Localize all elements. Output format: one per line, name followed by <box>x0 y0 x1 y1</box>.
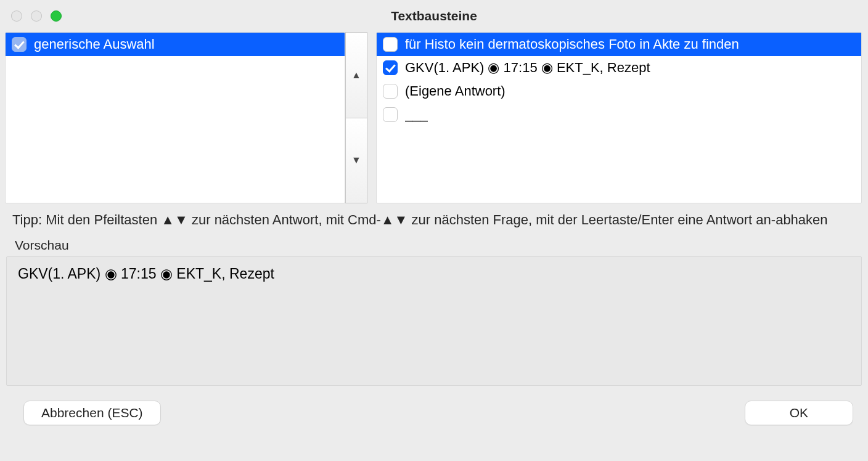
checkbox-icon[interactable] <box>383 84 398 99</box>
answer-label: (Eigene Antwort) <box>405 83 506 99</box>
checkbox-icon[interactable] <box>383 60 398 75</box>
arrow-up-icon: ▲ <box>351 70 361 81</box>
question-label: generische Auswahl <box>34 36 155 52</box>
titlebar: Textbausteine <box>0 0 868 32</box>
ok-button[interactable]: OK <box>745 401 853 425</box>
answer-label: GKV(1. APK) ◉ 17:15 ◉ EKT_K, Rezept <box>405 60 650 76</box>
answer-label: ___ <box>405 107 428 123</box>
question-row[interactable]: generische Auswahl <box>6 33 345 56</box>
answer-row[interactable]: (Eigene Antwort) <box>377 80 861 103</box>
preview-text: GKV(1. APK) ◉ 17:15 ◉ EKT_K, Rezept <box>18 266 274 282</box>
question-list[interactable]: generische Auswahl <box>5 32 345 203</box>
answer-list[interactable]: für Histo kein dermatoskopisches Foto in… <box>376 32 862 203</box>
close-window-button[interactable] <box>11 10 22 22</box>
checkbox-icon[interactable] <box>383 107 398 122</box>
tip-text: Tipp: Mit den Pfeiltasten ▲▼ zur nächste… <box>0 203 868 232</box>
reorder-arrows: ▲ ▼ <box>345 32 367 203</box>
arrow-down-icon: ▼ <box>351 155 361 166</box>
cancel-button[interactable]: Abbrechen (ESC) <box>23 401 161 425</box>
checkbox-icon[interactable] <box>383 37 398 52</box>
answer-label: für Histo kein dermatoskopisches Foto in… <box>405 36 739 52</box>
preview-box: GKV(1. APK) ◉ 17:15 ◉ EKT_K, Rezept <box>6 256 862 386</box>
window-title: Textbausteine <box>0 9 868 23</box>
footer: Abbrechen (ESC) OK <box>0 386 868 425</box>
answer-row[interactable]: ___ <box>377 103 861 126</box>
minimize-window-button[interactable] <box>31 10 42 22</box>
move-up-button[interactable]: ▲ <box>346 33 367 118</box>
answer-row[interactable]: für Histo kein dermatoskopisches Foto in… <box>377 33 861 56</box>
checkbox-icon[interactable] <box>12 37 27 52</box>
move-down-button[interactable]: ▼ <box>346 118 367 203</box>
maximize-window-button[interactable] <box>51 10 62 22</box>
preview-label: Vorschau <box>0 232 868 254</box>
traffic-lights <box>11 10 62 22</box>
answer-row[interactable]: GKV(1. APK) ◉ 17:15 ◉ EKT_K, Rezept <box>377 56 861 80</box>
